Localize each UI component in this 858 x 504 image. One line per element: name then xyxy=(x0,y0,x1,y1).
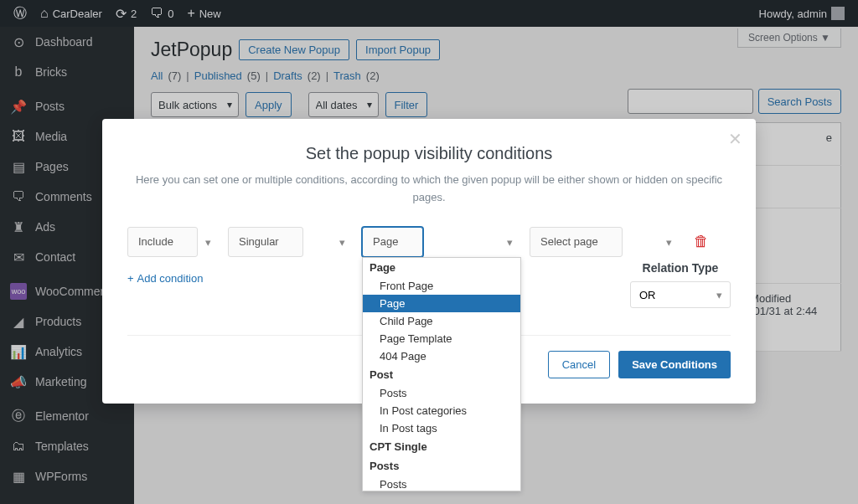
admin-bar: Ⓦ ⌂CarDealer ⟳2 🗨0 +New Howdy, admin xyxy=(0,0,858,27)
wp-logo-item[interactable]: Ⓦ xyxy=(7,0,34,27)
new-label: New xyxy=(199,8,221,20)
plus-icon: + xyxy=(127,272,134,285)
dropdown-item[interactable]: Page xyxy=(363,295,520,312)
dropdown-group: Post xyxy=(363,365,520,368)
singular-select[interactable]: Singular xyxy=(228,227,303,257)
close-icon[interactable]: ✕ xyxy=(728,129,742,149)
modal-title: Set the popup visibility conditions xyxy=(127,144,731,163)
comment-icon: 🗨 xyxy=(150,6,163,21)
greeting: Howdy, admin xyxy=(759,8,827,20)
dropdown-item[interactable]: Page Template xyxy=(363,330,520,347)
modal-description: Here you can set one or multiple conditi… xyxy=(127,172,731,207)
page-type-select[interactable]: Page xyxy=(362,227,423,257)
cancel-button[interactable]: Cancel xyxy=(548,351,610,368)
adminbar-right: Howdy, admin xyxy=(752,0,851,27)
avatar xyxy=(831,7,845,20)
updates-count: 2 xyxy=(131,8,137,20)
relation-type-block: Relation Type OR xyxy=(630,261,731,308)
trash-icon[interactable]: 🗑 xyxy=(689,233,714,250)
conditions-modal: ✕ Set the popup visibility conditions He… xyxy=(102,119,756,368)
dropdown-item[interactable]: 404 Page xyxy=(363,347,520,365)
relation-select[interactable]: OR xyxy=(630,281,731,308)
include-select[interactable]: Include xyxy=(127,227,198,257)
condition-row: Include Singular Page PageFront PagePage… xyxy=(127,227,731,257)
updates-item[interactable]: ⟳2 xyxy=(109,0,143,27)
refresh-icon: ⟳ xyxy=(116,6,127,22)
comments-count: 0 xyxy=(168,8,173,20)
wordpress-icon: Ⓦ xyxy=(13,5,27,23)
save-button[interactable]: Save Conditions xyxy=(618,351,731,368)
select-page-select[interactable]: Select page xyxy=(530,227,623,257)
modal-overlay[interactable]: ✕ Set the popup visibility conditions He… xyxy=(0,27,858,368)
dropdown-item[interactable]: Front Page xyxy=(363,277,520,295)
adminbar-left: Ⓦ ⌂CarDealer ⟳2 🗨0 +New xyxy=(7,0,228,27)
add-condition-button[interactable]: + Add condition xyxy=(127,272,203,285)
dropdown-group: Page xyxy=(363,258,520,277)
home-icon: ⌂ xyxy=(40,6,49,21)
site-name-item[interactable]: ⌂CarDealer xyxy=(34,0,109,27)
howdy-item[interactable]: Howdy, admin xyxy=(752,0,851,27)
page-type-dropdown: PageFront PagePageChild PagePage Templat… xyxy=(362,257,521,368)
site-name: CarDealer xyxy=(53,8,102,20)
comments-item[interactable]: 🗨0 xyxy=(143,0,180,27)
plus-icon: + xyxy=(187,6,194,21)
dropdown-item[interactable]: Child Page xyxy=(363,312,520,330)
relation-label: Relation Type xyxy=(630,261,731,275)
new-item[interactable]: +New xyxy=(180,0,227,27)
